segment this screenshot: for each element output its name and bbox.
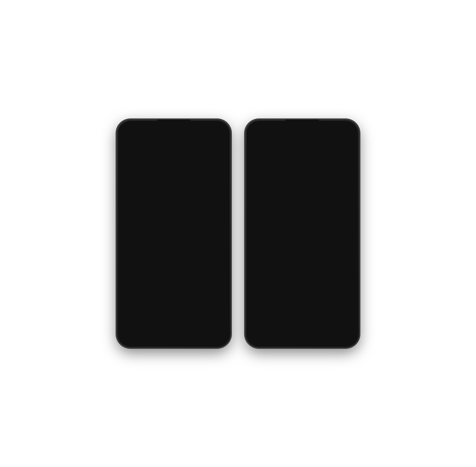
svg-text:Treats Frequent Heartburn: Treats Frequent Heartburn	[253, 251, 274, 253]
phone-2: 2:58 📶	[245, 119, 359, 348]
tab-wallet-label-2: Wallet	[299, 339, 305, 342]
svg-point-73	[313, 188, 319, 194]
related-gaviscon[interactable]: Gaviscon Extra Strength	[329, 246, 353, 265]
tab-discover-label-1: Discover	[126, 338, 135, 341]
phone-1-bottom: ✓ Offer saved Discover	[119, 311, 228, 345]
svg-rect-12	[131, 197, 131, 198]
wallet-icon-2	[299, 332, 305, 339]
svg-text:T: T	[280, 190, 281, 191]
related-images-2: Treats Frequent Heartburn Nexium 24HR 24…	[252, 246, 353, 265]
svg-text:T: T	[132, 195, 133, 197]
svg-point-82	[335, 193, 336, 194]
svg-text:24: 24	[314, 251, 316, 253]
valid-section-1: Valid when you shop...	[119, 182, 228, 211]
phone-2-scroll[interactable]: TUMS ANTACID Chewy Bites 5% off	[248, 140, 357, 311]
svg-point-69	[295, 193, 296, 194]
instore-svg-1: T	[128, 194, 135, 200]
shipping-label-1: Shipping	[201, 204, 211, 207]
driveup-label-1: Drive Up	[163, 204, 174, 207]
tab-discover-1[interactable]: Discover	[119, 332, 141, 342]
offer-expiry-1: Expires May 2	[152, 172, 224, 175]
driveup-svg-1: T	[165, 194, 172, 200]
svg-text:OTC: OTC	[287, 259, 292, 261]
phones-container: 12:14 📶	[117, 119, 359, 348]
nav-back-area-1[interactable]: ← Search	[123, 132, 142, 137]
svg-text:OTC: OTC	[313, 259, 317, 261]
tab-mystore-2[interactable]: My Store	[270, 332, 291, 342]
tab-joanie-label-1: Joanie	[214, 339, 221, 342]
divider-2b	[248, 208, 357, 210]
wifi-icon-1: 📶	[212, 126, 216, 129]
related-nexium[interactable]: Treats Frequent Heartburn Nexium 24HR	[252, 246, 276, 265]
svg-text:free &: free &	[134, 159, 138, 161]
related-prilosec1[interactable]: 24 Prilosec OTC	[278, 246, 301, 265]
tab-bar-1: Discover My Store	[119, 329, 228, 345]
instore-icon-1: T In-store	[123, 191, 139, 210]
tums-product-svg: TUMS ANTACID Chewy Bites	[254, 143, 276, 170]
phone-2-bottom: ✓ Offer saved Discover	[248, 311, 357, 345]
svg-rect-103	[300, 333, 305, 337]
status-bar-1: 12:14 📶	[119, 122, 228, 131]
offer-title-2: 5% off	[281, 143, 353, 150]
profile-icon-wrapper-1: 1	[214, 332, 220, 338]
tab-discover-2[interactable]: Discover	[248, 332, 270, 342]
profile-badge-1: 1	[218, 331, 221, 335]
svg-text:T: T	[298, 190, 299, 191]
tab-wallet-1[interactable]: Wallet	[163, 332, 185, 342]
phone-1: 12:14 📶	[117, 119, 231, 348]
svg-text:Tide: Tide	[134, 156, 139, 158]
share-icon-2[interactable]: ⬆︎	[349, 132, 353, 138]
target-icon-1	[127, 332, 133, 338]
offer-saved-btn-1[interactable]: ✓ Offer saved	[123, 314, 224, 327]
details-line-1a: Free $10 Target GiftCard with laundry de…	[123, 229, 224, 238]
profile-icon-2	[343, 332, 348, 337]
tide-product-svg: Tide free & gentle	[124, 143, 148, 170]
pickup-label-2: OrderPickup	[274, 198, 282, 205]
nav-back-area-2[interactable]: ←	[252, 132, 271, 137]
back-arrow-1[interactable]: ←	[123, 132, 128, 137]
svg-text:Nexium: Nexium	[257, 255, 271, 259]
offer-saved-btn-2[interactable]: ✓ Offer saved	[252, 314, 353, 327]
tab-cart-2[interactable]: Cart	[313, 332, 335, 342]
svg-point-55	[266, 156, 270, 162]
sameday-icon-2: T Same DayDelivery	[307, 185, 324, 205]
phone-2-top: 2:58 📶	[248, 122, 357, 140]
offer-image-1: Tide free & gentle	[123, 143, 149, 170]
tab-wallet-2[interactable]: Wallet	[291, 332, 313, 342]
svg-point-54	[259, 156, 263, 162]
offer-saved-bar-1: ✓ Offer saved	[119, 311, 228, 329]
divider-2c	[248, 231, 357, 233]
sameday-label-2: Same DayDelivery	[309, 198, 321, 205]
valid-title-2: Valid when you shop...	[252, 179, 353, 183]
store-icon-1	[149, 332, 155, 339]
back-arrow-2[interactable]: ←	[252, 132, 256, 137]
svg-point-6	[131, 153, 142, 165]
share-icon-1[interactable]: ⬆︎	[221, 132, 224, 138]
back-text-1[interactable]: Search	[128, 133, 139, 137]
tab-mystore-1[interactable]: My Store	[141, 332, 163, 342]
svg-rect-40	[174, 335, 175, 336]
svg-point-81	[333, 193, 334, 194]
svg-text:24: 24	[289, 251, 291, 253]
svg-point-70	[298, 193, 299, 194]
cart-icon-2	[321, 332, 327, 339]
offer-header-2: TUMS ANTACID Chewy Bites 5% off	[248, 140, 357, 172]
svg-point-29	[186, 198, 186, 199]
tab-cart-1[interactable]: Cart	[185, 332, 206, 342]
signal-icon-1	[208, 126, 212, 129]
svg-point-107	[345, 333, 346, 335]
battery-icon-2	[346, 126, 352, 129]
svg-point-106	[325, 336, 326, 337]
tab-cart-label-1: Cart	[193, 339, 198, 342]
phone-1-scroll[interactable]: Tide free & gentle Free $10 Target	[119, 140, 228, 311]
add-to-list-btn-2[interactable]: Add to list	[331, 217, 353, 225]
svg-text:T: T	[188, 195, 189, 197]
tab-profile-2[interactable]: Joanie	[335, 332, 357, 342]
tab-profile-1[interactable]: 1 Joanie	[206, 332, 228, 342]
svg-rect-38	[151, 335, 153, 337]
related-prilosec2[interactable]: 24 Prilosec OTC	[303, 246, 327, 265]
svg-point-41	[194, 336, 195, 337]
divider-2a	[252, 174, 353, 175]
details-line-1b: Excludes bleach and Lysol items	[123, 240, 224, 245]
status-icons-2: 📶	[336, 126, 352, 129]
